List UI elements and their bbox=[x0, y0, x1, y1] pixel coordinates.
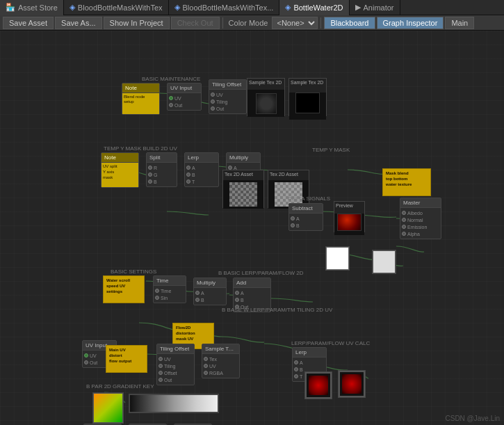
save-asset-button[interactable]: Save Asset bbox=[3, 17, 54, 29]
tex-preview-red[interactable]: Preview bbox=[334, 201, 365, 232]
tex-preview-red3[interactable] bbox=[338, 370, 366, 398]
color-mode-label: Color Mode bbox=[226, 19, 271, 27]
node-graph: BASIC MAINTENANCE Note Blend nodesetup U… bbox=[0, 31, 504, 425]
tab-animator[interactable]: ▶ Animator bbox=[350, 0, 400, 15]
watermark: CSDN @Jave.Lin bbox=[445, 415, 500, 422]
node-11[interactable]: Multiply A B bbox=[193, 278, 227, 305]
tex-preview-white[interactable] bbox=[325, 246, 350, 271]
store-icon: 🏪 bbox=[6, 3, 15, 12]
node-6[interactable]: Lerp A B T bbox=[184, 152, 219, 187]
color-mode-select[interactable]: <None> bbox=[272, 17, 318, 29]
node-10[interactable]: Time Time Sin bbox=[153, 275, 186, 303]
tex-preview-2[interactable]: Sample Tex 2D bbox=[288, 78, 327, 116]
show-in-project-button[interactable]: Show In Project bbox=[104, 17, 170, 29]
group-label-right: TEMP Y MASK bbox=[309, 145, 352, 154]
node-14[interactable]: Tiling Offset UV Tiling Offset Out bbox=[156, 344, 195, 385]
group-label-bottom5: B PAR 2D GRADIENT KEY bbox=[83, 382, 157, 391]
tex-preview-red2[interactable] bbox=[304, 371, 332, 399]
node-4[interactable]: Note UV splitY axismask bbox=[101, 152, 139, 188]
save-as-button[interactable]: Save As... bbox=[55, 17, 102, 29]
shader-icon-2: ◈ bbox=[174, 3, 180, 12]
tab-blood-bottle-2[interactable]: ◈ BloodBottleMaskWithTex... bbox=[169, 0, 280, 15]
tex-preview-white2[interactable] bbox=[372, 250, 396, 274]
separator-2 bbox=[320, 17, 321, 29]
tex-preview-1[interactable]: Sample Tex 2D bbox=[247, 78, 285, 116]
shader-icon-1: ◈ bbox=[70, 3, 75, 12]
node-3[interactable]: Tiling Offset UV Tiling Out bbox=[209, 79, 247, 114]
group-label-delta: DELTA SIGNALS bbox=[285, 194, 333, 203]
canvas-area[interactable]: BASIC MAINTENANCE Note Blend nodesetup U… bbox=[0, 31, 504, 425]
group-label-bottom2: B BASIC LERP/PARAM/FLOW 2D bbox=[216, 268, 307, 278]
blackboard-button[interactable]: Blackboard bbox=[324, 17, 375, 29]
tex-preview-grad2[interactable] bbox=[129, 394, 219, 413]
tab-asset-store[interactable]: 🏪 Asset Store bbox=[0, 0, 64, 15]
node-5[interactable]: Split R G B bbox=[146, 152, 177, 187]
tab-bottle-water[interactable]: ◈ BottleWater2D bbox=[279, 0, 349, 15]
sticky-2[interactable]: Water scrollspeed UVsettings bbox=[103, 275, 145, 303]
tex-preview-3[interactable]: Tex 2D Asset bbox=[222, 170, 264, 208]
node-15[interactable]: Sample Tex 2D Tex UV RGBA bbox=[202, 344, 240, 378]
tex-preview-gradient[interactable] bbox=[92, 392, 124, 424]
animator-icon: ▶ bbox=[355, 3, 361, 12]
graph-inspector-button[interactable]: Graph Inspector bbox=[377, 17, 444, 29]
tab-blood-bottle-1[interactable]: ◈ BloodBottleMaskWithTex bbox=[64, 0, 169, 15]
node-1[interactable]: Note Blend nodesetup bbox=[122, 83, 160, 115]
shader-icon-3: ◈ bbox=[285, 3, 291, 12]
main-button[interactable]: Main bbox=[445, 17, 474, 29]
check-out-button[interactable]: Check Out bbox=[171, 17, 220, 29]
sticky-4[interactable]: Main UVdistortflow output bbox=[106, 345, 147, 373]
separator-1 bbox=[222, 17, 223, 29]
tab-bar: 🏪 Asset Store ◈ BloodBottleMaskWithTex ◈… bbox=[0, 0, 504, 15]
node-2[interactable]: UV Input UV Out bbox=[167, 83, 202, 111]
node-8[interactable]: Subtract A B bbox=[288, 203, 323, 231]
toolbar: Save Asset Save As... Show In Project Ch… bbox=[0, 15, 504, 31]
sticky-1[interactable]: Mask blendtop bottomwater texture bbox=[382, 168, 431, 196]
node-9[interactable]: Master Albedo Normal Emission Alpha bbox=[400, 198, 441, 239]
group-label-bottom3: B BASE W LERP/PARAM/TM TILING 2D UV bbox=[219, 305, 335, 314]
